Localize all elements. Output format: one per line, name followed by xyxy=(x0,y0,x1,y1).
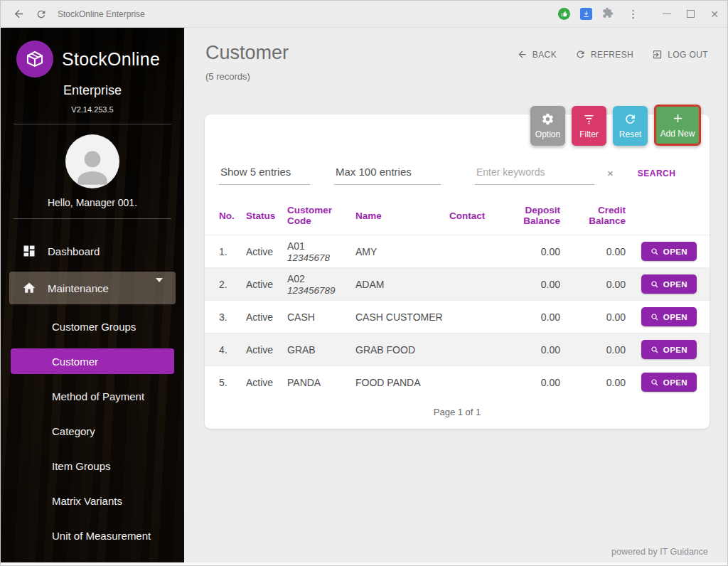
status-cell: Active xyxy=(246,311,287,323)
stockonline-logo-icon xyxy=(16,41,53,78)
close-button[interactable]: ✕ xyxy=(710,9,719,19)
search-input[interactable] xyxy=(475,166,594,185)
sidebar-item-method-of-payment[interactable]: Method of Payment xyxy=(11,383,174,409)
open-button[interactable]: OPEN xyxy=(641,373,697,392)
back-arrow-icon xyxy=(517,49,528,60)
submenu-label: Customer Groups xyxy=(52,321,136,333)
col-contact: Contact xyxy=(449,210,505,221)
sidebar-divider xyxy=(14,218,171,219)
sidebar-item-item-groups[interactable]: Item Groups xyxy=(11,453,174,479)
browser-tab-title: StockOnline Enterprise xyxy=(58,9,145,19)
open-button[interactable]: OPEN xyxy=(641,340,697,359)
brand-edition: Enterprise xyxy=(1,83,184,98)
table-row: 3. Active CASH CASH CUSTOMER 0.00 0.00 O… xyxy=(205,300,710,333)
sidebar-item-maintenance[interactable]: Maintenance xyxy=(9,272,176,304)
submenu-label: Unit of Measurement xyxy=(52,530,151,542)
logout-button[interactable]: LOG OUT xyxy=(652,49,708,60)
filter-button[interactable]: Filter xyxy=(572,106,606,146)
sidebar-item-item[interactable]: Item xyxy=(11,557,174,562)
submenu-label: Method of Payment xyxy=(52,390,144,402)
browser-bar: StockOnline Enterprise ⋮ ✕ xyxy=(1,1,727,28)
sidebar-menu: Dashboard Maintenance Customer Groups Cu… xyxy=(1,235,184,562)
refresh-label: REFRESH xyxy=(591,50,633,60)
open-button[interactable]: OPEN xyxy=(641,242,697,261)
status-cell: Active xyxy=(246,377,287,388)
col-deposit-balance: Deposit Balance xyxy=(505,205,567,226)
submenu-label: Category xyxy=(52,425,95,437)
status-cell: Active xyxy=(246,279,287,290)
app-window: StockOnline Enterprise ⋮ ✕ xyxy=(0,0,728,566)
reset-label: Reset xyxy=(619,129,641,139)
user-greeting: Hello, Manager 001. xyxy=(1,197,184,208)
magnifier-icon xyxy=(651,247,659,256)
page-title: Customer xyxy=(205,42,289,64)
app-version: V2.14.253.5 xyxy=(1,105,184,114)
magnifier-icon xyxy=(651,313,659,321)
back-label: BACK xyxy=(532,50,557,60)
add-new-button[interactable]: Add New xyxy=(654,105,701,146)
browser-refresh-icon[interactable] xyxy=(32,5,50,23)
brand-name: StockOnline xyxy=(62,49,160,70)
option-button[interactable]: Option xyxy=(530,106,565,146)
main-content: Customer (5 records) BACK REFRESH LOG OU… xyxy=(184,28,728,562)
sidebar-item-customer-groups[interactable]: Customer Groups xyxy=(11,314,174,339)
refresh-button[interactable]: REFRESH xyxy=(575,49,633,60)
submenu-label: Matrix Variants xyxy=(52,495,122,507)
open-button[interactable]: OPEN xyxy=(641,274,697,294)
brand: StockOnline xyxy=(1,28,184,78)
sidebar-item-label: Dashboard xyxy=(48,245,100,257)
sidebar-item-customer[interactable]: Customer xyxy=(11,348,174,374)
magnifier-icon xyxy=(651,378,659,387)
submenu-label: Item Groups xyxy=(52,460,111,472)
status-cell: Active xyxy=(246,344,287,356)
max-entries-select[interactable]: Max 100 entries xyxy=(334,166,441,185)
bottom-strip xyxy=(1,562,727,566)
table-row: 1. Active A0112345678 AMY 0.00 0.00 OPEN xyxy=(205,235,710,267)
col-no: No. xyxy=(219,210,246,221)
back-button[interactable]: BACK xyxy=(517,49,557,60)
submenu-label: Customer xyxy=(52,356,98,368)
magnifier-icon xyxy=(651,346,659,354)
reset-button[interactable]: Reset xyxy=(613,106,648,146)
status-cell: Active xyxy=(246,246,287,257)
table-row: 4. Active GRAB GRAB FOOD 0.00 0.00 OPEN xyxy=(205,333,710,365)
table-row: 5. Active PANDA FOOD PANDA 0.00 0.00 OPE… xyxy=(205,365,710,398)
extensions-puzzle-icon[interactable] xyxy=(602,7,614,21)
search-button[interactable]: SEARCH xyxy=(638,169,676,178)
filter-icon xyxy=(582,112,596,126)
table-header-row: No. Status Customer Code Name Contact De… xyxy=(205,196,710,235)
sidebar: StockOnline Enterprise V2.14.253.5 Hello… xyxy=(1,28,184,562)
filter-label: Filter xyxy=(579,129,599,139)
customer-table: No. Status Customer Code Name Contact De… xyxy=(205,196,710,424)
thumbs-up-extension-icon[interactable] xyxy=(558,8,570,20)
clear-search-icon[interactable]: × xyxy=(607,167,614,179)
magnifier-icon xyxy=(651,280,659,289)
minimize-button[interactable] xyxy=(663,14,671,15)
logout-icon xyxy=(652,49,663,60)
home-icon xyxy=(22,281,36,295)
col-credit-balance: Credit Balance xyxy=(567,205,633,226)
plus-icon xyxy=(671,112,685,125)
sidebar-item-category[interactable]: Category xyxy=(11,418,174,444)
show-entries-select[interactable]: Show 5 entries xyxy=(219,166,310,185)
card-toolbar: Option Filter Reset Add New xyxy=(530,105,701,146)
sidebar-divider xyxy=(14,124,171,124)
record-count: (5 records) xyxy=(205,71,289,82)
maximize-button[interactable] xyxy=(687,10,695,18)
pagination-status: Page 1 of 1 xyxy=(205,398,710,424)
col-customer-code: Customer Code xyxy=(287,205,355,226)
option-label: Option xyxy=(535,129,560,139)
sidebar-item-matrix-variants[interactable]: Matrix Variants xyxy=(11,488,174,513)
sidebar-item-unit-of-measurement[interactable]: Unit of Measurement xyxy=(11,523,174,548)
browser-back-icon[interactable] xyxy=(9,5,28,23)
open-button[interactable]: OPEN xyxy=(641,307,697,326)
download-extension-icon[interactable] xyxy=(580,8,592,20)
sidebar-item-dashboard[interactable]: Dashboard xyxy=(9,235,176,267)
gear-icon xyxy=(541,112,555,126)
dashboard-grid-icon xyxy=(22,244,36,258)
user-avatar xyxy=(65,134,119,188)
sidebar-item-label: Maintenance xyxy=(48,282,109,294)
table-row: 2. Active A02123456789 ADAM 0.00 0.00 OP… xyxy=(205,267,710,300)
browser-menu-icon[interactable]: ⋮ xyxy=(623,9,643,19)
chevron-down-icon xyxy=(156,278,163,294)
